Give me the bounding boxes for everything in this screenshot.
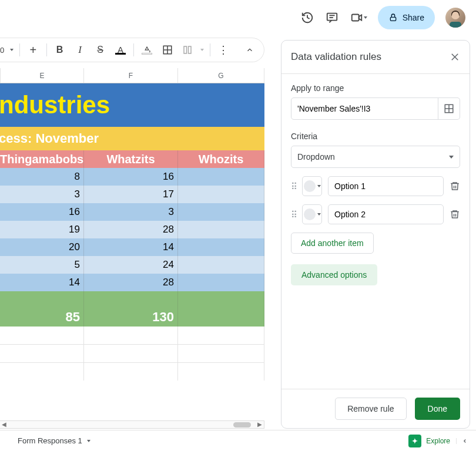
select-range-button[interactable] <box>438 97 460 120</box>
delete-option-button[interactable] <box>450 181 460 191</box>
column-header-e[interactable]: E <box>0 68 84 83</box>
zoom-value: 0 <box>0 46 4 55</box>
svg-rect-0 <box>327 14 337 21</box>
explore-button[interactable]: ✦ Explore <box>408 435 450 447</box>
panel-title: Data validation rules <box>291 51 381 63</box>
advanced-options-button[interactable]: Advanced options <box>291 264 377 285</box>
trash-icon <box>450 209 460 220</box>
drag-handle-icon[interactable]: ⠿ <box>291 185 296 188</box>
svg-rect-5 <box>390 17 395 21</box>
apply-range-label: Apply to range <box>291 83 460 93</box>
col-whozits[interactable]: Whozits <box>178 150 264 168</box>
svg-marker-4 <box>358 15 361 20</box>
comment-icon[interactable] <box>325 11 339 25</box>
table-row[interactable]: 1928 <box>0 221 264 238</box>
remove-rule-button[interactable]: Remove rule <box>335 398 406 420</box>
option-row: ⠿ <box>291 176 460 196</box>
range-input[interactable] <box>291 97 438 120</box>
table-row[interactable]: 317 <box>0 186 264 203</box>
chevron-down-icon <box>449 156 454 159</box>
chevron-down-icon[interactable] <box>200 49 204 51</box>
chevron-down-icon <box>317 185 321 187</box>
bold-button[interactable]: B <box>52 42 66 58</box>
option-value-input[interactable] <box>328 176 444 196</box>
table-row[interactable]: 163 <box>0 203 264 221</box>
add-another-item-button[interactable]: Add another item <box>291 233 374 254</box>
sheet-subtitle-cell[interactable]: cess: November <box>0 127 264 150</box>
column-headers[interactable]: E F G <box>0 68 264 83</box>
meet-dropdown[interactable] <box>350 11 367 25</box>
fill-color-button[interactable] <box>140 42 154 58</box>
table-header-row[interactable]: Thingamabobs Whatzits Whozits <box>0 150 264 168</box>
table-row[interactable]: 524 <box>0 256 264 274</box>
done-button[interactable]: Done <box>415 398 460 420</box>
collapse-side-panel-button[interactable] <box>456 438 472 444</box>
criteria-select[interactable]: Dropdown <box>291 146 460 168</box>
table-total-row[interactable]: 85130 <box>0 291 264 327</box>
horizontal-scrollbar[interactable]: ◀ ▶ <box>0 420 264 429</box>
table-row[interactable]: 2014 <box>0 238 264 256</box>
data-validation-panel: Data validation rules Apply to range Cri… <box>281 40 470 429</box>
col-whatzits[interactable]: Whatzits <box>84 150 178 168</box>
strikethrough-button[interactable]: S <box>93 42 107 58</box>
collapse-toolbar-button[interactable] <box>243 42 257 58</box>
col-thingamabobs[interactable]: Thingamabobs <box>0 150 84 168</box>
table-row[interactable] <box>0 327 264 344</box>
table-row[interactable] <box>0 362 264 381</box>
close-icon[interactable] <box>450 52 460 62</box>
sheet-tab[interactable]: Form Responses 1 <box>18 436 90 445</box>
option-color-picker[interactable] <box>302 176 322 196</box>
svg-rect-7 <box>450 22 461 28</box>
option-color-picker[interactable] <box>302 204 322 224</box>
account-avatar[interactable] <box>445 8 465 28</box>
table-row[interactable] <box>0 344 264 362</box>
spreadsheet-grid[interactable]: E F G ndustries cess: November Thingamab… <box>0 68 264 381</box>
delete-option-button[interactable] <box>450 209 460 220</box>
grid-icon <box>444 103 454 114</box>
merge-button[interactable] <box>180 42 195 58</box>
scrollbar-thumb[interactable] <box>233 422 251 428</box>
history-icon[interactable] <box>300 11 314 25</box>
option-value-input[interactable] <box>328 204 444 224</box>
formatting-toolbar: 0 + B I S A ⋮ <box>0 38 264 62</box>
share-button[interactable]: Share <box>378 6 435 29</box>
meet-icon <box>350 11 364 25</box>
column-header-g[interactable]: G <box>178 68 264 83</box>
explore-icon: ✦ <box>408 435 421 447</box>
borders-button[interactable] <box>160 42 174 58</box>
chevron-down-icon[interactable] <box>10 49 14 51</box>
table-row[interactable]: 1428 <box>0 274 264 291</box>
trash-icon <box>450 181 460 191</box>
text-color-button[interactable]: A <box>113 42 128 58</box>
chevron-down-icon <box>364 16 367 19</box>
option-row: ⠿ <box>291 204 460 224</box>
scroll-left-icon[interactable]: ◀ <box>0 421 8 428</box>
drag-handle-icon[interactable]: ⠿ <box>291 213 296 216</box>
share-label: Share <box>403 13 424 22</box>
sheet-tabs-bar: Form Responses 1 ✦ Explore <box>0 430 476 451</box>
chevron-down-icon <box>317 213 321 216</box>
criteria-label: Criteria <box>291 132 460 141</box>
column-header-f[interactable]: F <box>84 68 178 83</box>
italic-button[interactable]: I <box>73 42 87 58</box>
sheet-title-cell[interactable]: ndustries <box>0 83 264 127</box>
svg-rect-3 <box>351 15 358 21</box>
table-row[interactable]: 816 <box>0 168 264 186</box>
chevron-down-icon <box>87 440 90 442</box>
plus-icon[interactable]: + <box>26 42 40 58</box>
more-button[interactable]: ⋮ <box>216 42 230 58</box>
lock-icon <box>388 13 398 22</box>
scroll-right-icon[interactable]: ▶ <box>256 421 264 428</box>
